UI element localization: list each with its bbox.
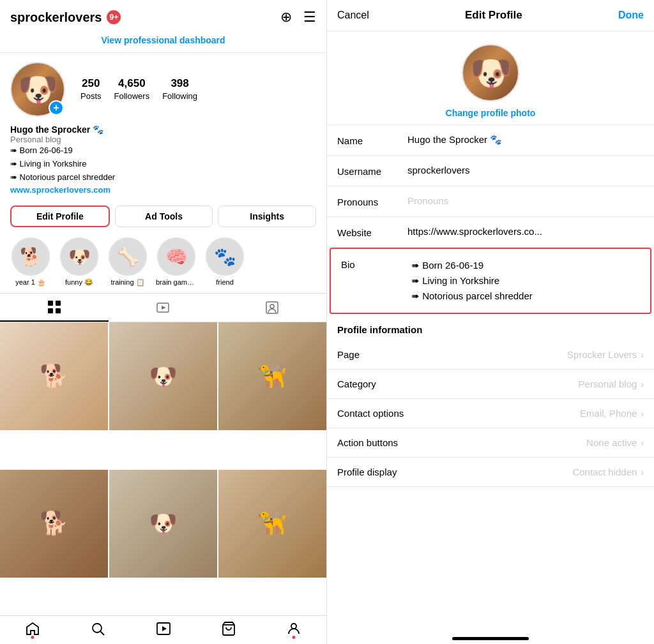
stat-followers[interactable]: 4,650 Followers: [114, 77, 150, 101]
action-buttons-value: None active: [586, 437, 637, 448]
photo-cell-2[interactable]: 🐶: [109, 322, 217, 430]
field-row-username: Username sprockerlovers: [327, 156, 654, 186]
profile-name: Hugo the Sprocker 🐾: [10, 124, 316, 135]
photo-cell-6[interactable]: 🦮: [218, 470, 326, 578]
cancel-button[interactable]: Cancel: [337, 10, 369, 21]
story-item-training[interactable]: 🦴 training 📋: [107, 237, 148, 287]
action-buttons-label: Action buttons: [337, 437, 398, 448]
story-item-year1[interactable]: 🐕 year 1 🎂: [10, 237, 51, 287]
menu-icon[interactable]: ☰: [303, 9, 316, 26]
change-profile-photo-button[interactable]: Change profile photo: [446, 108, 536, 118]
profile-section: + 250 Posts 4,650 Followers 398 Followin…: [0, 53, 326, 123]
pro-dashboard-link[interactable]: View professional dashboard: [101, 35, 225, 45]
field-row-name: Name Hugo the Sprocker 🐾: [327, 125, 654, 156]
story-item-friends[interactable]: 🐾 friend: [204, 237, 245, 287]
app-header: sprockerlovers 9+ ⊕ ☰: [0, 0, 326, 32]
edit-profile-button[interactable]: Edit Profile: [10, 206, 110, 227]
profile-display-chevron-icon: ›: [641, 467, 644, 477]
name-value[interactable]: Hugo the Sprocker 🐾: [407, 134, 644, 146]
bio-field-value[interactable]: ➠ Born 26-06-19 ➠ Living in Yorkshire ➠ …: [411, 258, 640, 304]
add-story-button[interactable]: +: [49, 100, 64, 116]
story-label-training: training 📋: [110, 278, 144, 287]
bottom-nav: [0, 615, 326, 644]
stats-row: 250 Posts 4,650 Followers 398 Following: [80, 77, 197, 101]
nav-reels[interactable]: [130, 621, 195, 636]
svg-line-9: [101, 632, 105, 636]
left-panel: sprockerlovers 9+ ⊕ ☰ View professional …: [0, 0, 327, 644]
bio-website-link[interactable]: www.sprockerlovers.com: [10, 185, 110, 195]
insights-button[interactable]: Insights: [218, 206, 316, 227]
svg-marker-5: [162, 306, 166, 310]
photo-cell-3[interactable]: 🦮: [218, 322, 326, 430]
add-post-icon[interactable]: ⊕: [280, 9, 292, 26]
followers-label: Followers: [114, 91, 150, 101]
story-label-friends: friend: [216, 278, 234, 286]
profile-information-header: Profile information: [327, 314, 654, 340]
nav-home[interactable]: [0, 621, 65, 636]
svg-rect-3: [56, 308, 61, 313]
svg-rect-2: [48, 308, 53, 313]
contact-label: Contact options: [337, 408, 404, 419]
username-label: Username: [337, 165, 407, 177]
story-circle-funny: 🐶: [60, 237, 98, 276]
bio-line-1: ➠ Born 26-06-19: [10, 144, 316, 158]
following-label: Following: [162, 91, 197, 101]
story-label-funny: funny 😂: [65, 278, 93, 287]
field-row-bio: Bio ➠ Born 26-06-19 ➠ Living in Yorkshir…: [330, 248, 651, 314]
story-item-funny[interactable]: 🐶 funny 😂: [59, 237, 100, 287]
photo-cell-5[interactable]: 🐶: [109, 470, 217, 578]
profile-category: Personal blog: [10, 135, 316, 144]
edit-profile-avatar: 🐶: [462, 44, 519, 101]
stat-posts[interactable]: 250 Posts: [80, 77, 102, 101]
photo-cell-4[interactable]: 🐕: [0, 470, 108, 578]
action-buttons-chevron-icon: ›: [641, 438, 644, 448]
tab-grid[interactable]: [0, 294, 109, 322]
page-chevron-icon: ›: [641, 350, 644, 360]
story-label-brain-game: brain game...: [156, 278, 197, 286]
done-button[interactable]: Done: [618, 10, 644, 21]
following-count: 398: [162, 77, 197, 90]
page-label: Page: [337, 349, 360, 360]
svg-rect-1: [56, 301, 61, 306]
tab-video[interactable]: [109, 294, 217, 322]
profile-display-right: Contact hidden ›: [572, 467, 644, 477]
username-title: sprockerlovers: [10, 10, 102, 25]
photo-cell-1[interactable]: 🐕: [0, 322, 108, 430]
nav-search[interactable]: [65, 621, 130, 636]
contact-chevron-icon: ›: [641, 408, 644, 419]
field-row-website: Website https://www.sprockerlovers.co...: [327, 217, 654, 248]
header-left: sprockerlovers 9+: [10, 10, 121, 25]
info-row-profile-display[interactable]: Profile display Contact hidden ›: [327, 458, 654, 487]
contact-value: Email, Phone: [580, 408, 637, 419]
story-item-brain-game[interactable]: 🧠 brain game...: [156, 237, 197, 287]
ad-tools-button[interactable]: Ad Tools: [115, 206, 213, 227]
story-label-year1: year 1 🎂: [15, 278, 46, 287]
pronouns-label: Pronouns: [337, 195, 407, 207]
bio-edit-line-1: ➠ Born 26-06-19: [411, 258, 640, 273]
nav-profile[interactable]: [261, 621, 326, 636]
pronouns-value[interactable]: Pronouns: [407, 195, 644, 206]
profile-display-label: Profile display: [337, 467, 397, 477]
name-label: Name: [337, 134, 407, 146]
page-value: Sprocker Lovers: [567, 349, 637, 360]
info-row-action-buttons[interactable]: Action buttons None active ›: [327, 428, 654, 458]
story-circle-year1: 🐕: [11, 237, 50, 276]
category-label: Category: [337, 378, 376, 389]
action-buttons-right: None active ›: [586, 437, 644, 448]
edit-profile-title: Edit Profile: [465, 9, 522, 22]
edit-profile-header: Cancel Edit Profile Done: [327, 0, 654, 31]
stat-following[interactable]: 398 Following: [162, 77, 197, 101]
website-value[interactable]: https://www.sprockerlovers.co...: [407, 226, 644, 237]
info-row-page[interactable]: Page Sprocker Lovers ›: [327, 340, 654, 370]
right-panel: Cancel Edit Profile Done 🐶 Change profil…: [327, 0, 654, 644]
info-row-contact[interactable]: Contact options Email, Phone ›: [327, 399, 654, 428]
info-row-category[interactable]: Category Personal blog ›: [327, 370, 654, 399]
bio-section: Hugo the Sprocker 🐾 Personal blog ➠ Born…: [0, 123, 326, 202]
field-row-pronouns: Pronouns Pronouns: [327, 186, 654, 217]
username-value[interactable]: sprockerlovers: [407, 165, 644, 176]
nav-shop[interactable]: [196, 621, 261, 636]
profile-photo-section: 🐶 Change profile photo: [327, 31, 654, 125]
tab-tagged[interactable]: [218, 294, 326, 322]
form-fields: Name Hugo the Sprocker 🐾 Username sprock…: [327, 125, 654, 632]
website-label: Website: [337, 226, 407, 238]
